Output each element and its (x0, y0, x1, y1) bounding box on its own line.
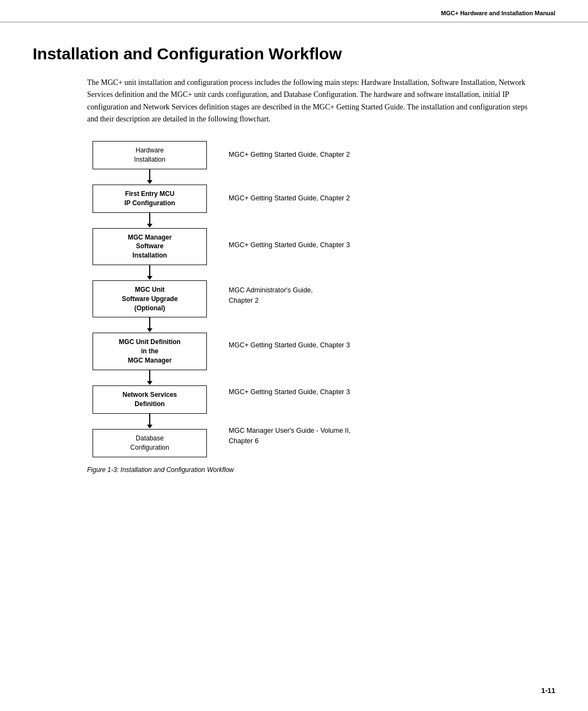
label-mgc-manager: MGC+ Getting Started Guide, Chapter 3 (229, 240, 350, 250)
flow-box-text-mgc-manager: MGC ManagerSoftwareInstallation (128, 233, 172, 260)
flow-arrow-2 (147, 213, 152, 228)
page-container: MGC+ Hardware and Installation Manual In… (0, 0, 588, 711)
label-mgc-manager-row: MGC+ Getting Started Guide, Chapter 3 (229, 228, 534, 263)
arrow-head-5 (147, 381, 152, 385)
spacer-2 (229, 213, 534, 228)
intro-paragraph: The MGC+ unit installation and configura… (87, 77, 534, 126)
label-mgc-definition: MGC+ Getting Started Guide, Chapter 3 (229, 340, 350, 351)
arrow-head (147, 180, 152, 184)
label-mgc-definition-row: MGC+ Getting Started Guide, Chapter 3 (229, 328, 534, 363)
label-hardware-row: MGC+ Getting Started Guide, Chapter 2 (229, 141, 534, 169)
arrow-line-3 (149, 265, 150, 276)
label-mgc-unit: MGC Administrator's Guide,Chapter 2 (229, 285, 313, 306)
flow-box-first-entry-mcu: First Entry MCUIP Configuration (93, 185, 207, 213)
flow-box-mgc-manager-software: MGC ManagerSoftwareInstallation (93, 228, 207, 265)
flow-arrow-1 (147, 169, 152, 185)
flow-box-database-configuration: DatabaseConfiguration (93, 429, 207, 457)
label-mgc-unit-row: MGC Administrator's Guide,Chapter 2 (229, 278, 534, 313)
label-network: MGC+ Getting Started Guide, Chapter 3 (229, 387, 350, 397)
spacer-3 (229, 263, 534, 278)
spacer-1 (229, 169, 534, 185)
flowchart-labels: MGC+ Getting Started Guide, Chapter 2 MG… (229, 141, 534, 450)
label-first-entry-row: MGC+ Getting Started Guide, Chapter 2 (229, 185, 534, 213)
flow-box-text-first-entry: First Entry MCUIP Configuration (124, 189, 175, 208)
page-header: MGC+ Hardware and Installation Manual (0, 0, 588, 22)
figure-caption: Figure 1-3: Installation and Configurati… (87, 466, 555, 474)
arrow-line-5 (149, 370, 150, 381)
flow-box-text-mgc-unit: MGC UnitSoftware Upgrade(Optional) (122, 285, 178, 312)
arrow-line-2 (149, 213, 150, 224)
flow-arrow-4 (147, 317, 152, 333)
flow-arrow-5 (147, 370, 152, 385)
arrow-head-2 (147, 224, 152, 228)
label-first-entry: MGC+ Getting Started Guide, Chapter 2 (229, 193, 350, 204)
flow-box-text-network: Network ServicesDefinition (122, 390, 177, 409)
main-content: Installation and Configuration Workflow … (0, 22, 588, 495)
flow-box-network-services: Network ServicesDefinition (93, 385, 207, 414)
chapter-title: Installation and Configuration Workflow (33, 44, 555, 64)
flow-box-text-hardware: HardwareInstallation (134, 146, 165, 164)
arrow-line-4 (149, 317, 150, 328)
arrow-head-3 (147, 276, 152, 280)
flow-box-text-mgc-definition: MGC Unit Definitionin theMGC Manager (119, 338, 180, 365)
spacer-5 (229, 363, 534, 378)
arrow-head-4 (147, 328, 152, 332)
page-footer: 1-11 (541, 687, 555, 695)
flow-arrow-3 (147, 265, 152, 280)
arrow-head-6 (147, 425, 152, 428)
flow-box-text-database: DatabaseConfiguration (130, 434, 169, 452)
spacer-6 (229, 407, 534, 422)
header-title: MGC+ Hardware and Installation Manual (441, 10, 555, 16)
flow-box-mgc-unit-definition: MGC Unit Definitionin theMGC Manager (93, 333, 207, 370)
flowchart-container: HardwareInstallation First Entry MCUIP C… (87, 141, 534, 457)
page-number: 1-11 (541, 687, 555, 695)
flow-box-mgc-unit-software: MGC UnitSoftware Upgrade(Optional) (93, 280, 207, 317)
arrow-line (149, 169, 150, 180)
label-database: MGC Manager User's Guide - Volume II,Cha… (229, 426, 351, 446)
flowchart-boxes: HardwareInstallation First Entry MCUIP C… (87, 141, 212, 457)
label-network-row: MGC+ Getting Started Guide, Chapter 3 (229, 378, 534, 407)
label-database-row: MGC Manager User's Guide - Volume II,Cha… (229, 422, 534, 450)
flow-box-hardware-installation: HardwareInstallation (93, 141, 207, 169)
spacer-4 (229, 313, 534, 328)
flow-arrow-6 (147, 414, 152, 429)
label-hardware: MGC+ Getting Started Guide, Chapter 2 (229, 150, 350, 160)
arrow-line-6 (149, 414, 150, 425)
